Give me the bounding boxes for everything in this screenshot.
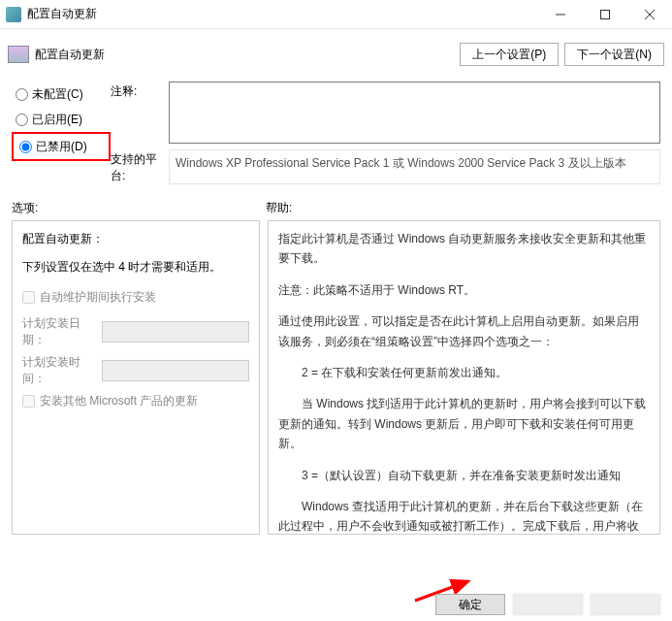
- sched-time-select[interactable]: [102, 360, 249, 381]
- sched-day-select[interactable]: [102, 321, 249, 343]
- maximize-button[interactable]: [583, 0, 627, 29]
- options-title: 配置自动更新：: [22, 231, 249, 247]
- options-note: 下列设置仅在选中 4 时才需要和适用。: [22, 259, 249, 276]
- radio-enabled[interactable]: 已启用(E): [12, 107, 111, 132]
- minimize-button[interactable]: [538, 0, 583, 29]
- policy-icon: [8, 46, 29, 63]
- checkbox-maintenance[interactable]: 自动维护期间执行安装: [22, 289, 249, 306]
- comment-label: 注释:: [111, 82, 169, 144]
- header-row: 配置自动更新 上一个设置(P) 下一个设置(N): [0, 29, 672, 74]
- sched-day-label: 计划安装日期：: [22, 315, 102, 348]
- next-setting-button[interactable]: 下一个设置(N): [564, 43, 664, 66]
- help-pane[interactable]: 指定此计算机是否通过 Windows 自动更新服务来接收安全更新和其他重要下载。…: [268, 220, 660, 535]
- ok-button[interactable]: 确定: [435, 594, 505, 615]
- comment-textarea[interactable]: [169, 82, 660, 144]
- help-text: 当 Windows 找到适用于此计算机的更新时，用户将会接到可以下载更新的通知。…: [278, 394, 650, 453]
- help-text: 通过使用此设置，可以指定是否在此计算机上启用自动更新。如果启用该服务，则必须在“…: [278, 311, 650, 351]
- app-icon: [6, 7, 21, 22]
- options-pane: 配置自动更新： 下列设置仅在选中 4 时才需要和适用。 自动维护期间执行安装 计…: [12, 220, 260, 535]
- sched-time-label: 计划安装时间：: [22, 354, 102, 387]
- platform-text: Windows XP Professional Service Pack 1 或…: [169, 149, 660, 184]
- close-button[interactable]: [627, 0, 672, 29]
- cancel-button[interactable]: [513, 594, 583, 615]
- help-text: 2 = 在下载和安装任何更新前发出通知。: [278, 363, 650, 382]
- help-text: 3 =（默认设置）自动下载更新，并在准备安装更新时发出通知: [278, 466, 650, 485]
- title-bar: 配置自动更新: [0, 0, 672, 29]
- state-radio-group: 未配置(C) 已启用(E) 已禁用(D): [12, 82, 111, 190]
- svg-rect-1: [601, 10, 610, 18]
- help-text: 注意：此策略不适用于 Windows RT。: [278, 280, 650, 300]
- help-text: Windows 查找适用于此计算机的更新，并在后台下载这些更新（在此过程中，用户…: [278, 497, 650, 535]
- footer-buttons: 确定: [435, 594, 660, 615]
- help-text: 指定此计算机是否通过 Windows 自动更新服务来接收安全更新和其他重要下载。: [278, 229, 650, 269]
- options-label: 选项:: [12, 200, 266, 216]
- previous-setting-button[interactable]: 上一个设置(P): [460, 43, 559, 66]
- radio-not-configured[interactable]: 未配置(C): [12, 82, 111, 107]
- help-label: 帮助:: [266, 200, 292, 216]
- platform-label: 支持的平台:: [111, 149, 169, 184]
- header-label: 配置自动更新: [35, 47, 105, 63]
- apply-button[interactable]: [591, 594, 660, 615]
- checkbox-ms-products[interactable]: 安装其他 Microsoft 产品的更新: [22, 393, 249, 409]
- window-title: 配置自动更新: [27, 6, 538, 22]
- radio-disabled[interactable]: 已禁用(D): [16, 134, 107, 159]
